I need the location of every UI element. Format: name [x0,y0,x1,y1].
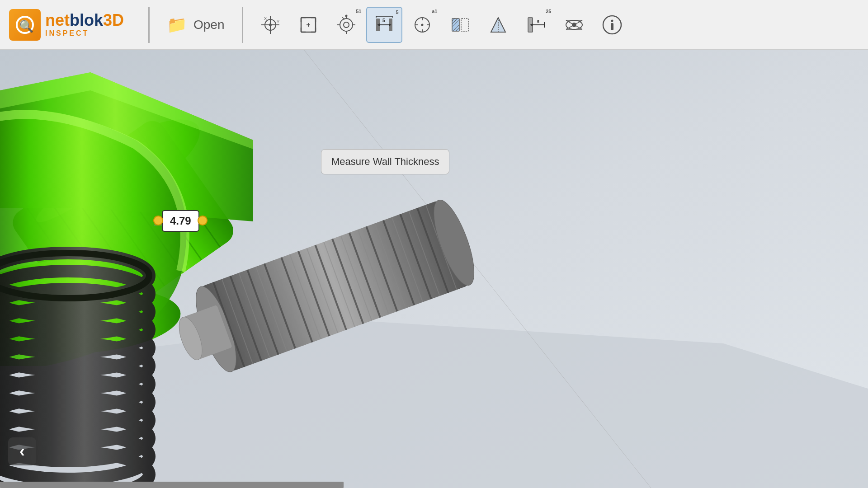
svg-point-62 [611,19,613,22]
toolbar-separator-2 [242,7,243,43]
scene-svg [0,50,868,488]
measurement-label: 4.79 [162,210,199,232]
toolbar: X Y 51 [247,0,868,49]
rotate-top-label: 51 [356,9,361,14]
clipping-view-icon [563,14,585,36]
measurement-dot-end [198,216,208,225]
svg-point-39 [421,23,423,26]
svg-text:5: 5 [537,19,539,24]
svg-point-17 [340,19,353,31]
circle-measure-icon [411,14,433,36]
wall-thickness-icon: 5 [373,14,395,36]
open-label: Open [193,18,225,32]
logo-text: netblok3D INSPECT [45,12,124,38]
dimension-icon: 5 [525,14,547,36]
center-view-icon: X Y [259,14,281,36]
back-button[interactable] [8,437,36,465]
dimension-top-label: 25 [546,9,551,14]
svg-text:5: 5 [382,18,385,23]
info-icon [601,14,623,36]
draft-angle-button[interactable] [480,7,516,43]
section-button[interactable] [442,7,478,43]
info-button[interactable] [594,7,630,43]
svg-text:X: X [264,16,267,21]
logo-sub: INSPECT [45,29,124,38]
folder-icon: 📁 [167,15,187,34]
crosshair-line [304,50,304,488]
svg-point-23 [345,14,347,17]
open-area[interactable]: 📁 Open [153,0,238,49]
rotate-icon [335,14,357,36]
fit-view-button[interactable] [290,7,326,43]
fit-view-icon [297,14,319,36]
wall-thickness-top-label: 5 [396,9,398,15]
logo-area: netblok3D INSPECT [0,0,145,49]
draft-angle-icon [487,14,509,36]
svg-point-18 [344,22,349,28]
center-view-button[interactable]: X Y [252,7,288,43]
brand-blok: blok [70,11,103,29]
dimension-button[interactable]: 25 5 [518,7,554,43]
logo-icon [9,9,41,41]
svg-rect-63 [611,23,613,30]
scrollbar-thumb[interactable] [0,482,344,488]
header: netblok3D INSPECT 📁 Open X Y [0,0,868,50]
viewport[interactable]: 4.79 Measure Wall Thickness [0,50,868,488]
logo-brand: netblok3D [45,12,124,28]
brand-net: net [45,11,70,29]
svg-rect-41 [461,19,468,31]
circle-measure-button[interactable]: a1 [404,7,440,43]
brand-3d: 3D [103,11,124,29]
clipping-view-button[interactable] [556,7,592,43]
svg-text:Y: Y [277,19,279,24]
toolbar-separator [148,7,150,43]
circle-measure-top-label: a1 [432,9,437,14]
measurement-value: 4.79 [170,215,191,227]
svg-point-3 [269,23,272,26]
measurement-dot-start [153,216,163,225]
wall-thickness-button[interactable]: 5 5 [366,7,402,43]
section-icon [449,14,471,36]
scrollbar-container[interactable] [0,482,344,488]
rotate-button[interactable]: 51 [328,7,364,43]
